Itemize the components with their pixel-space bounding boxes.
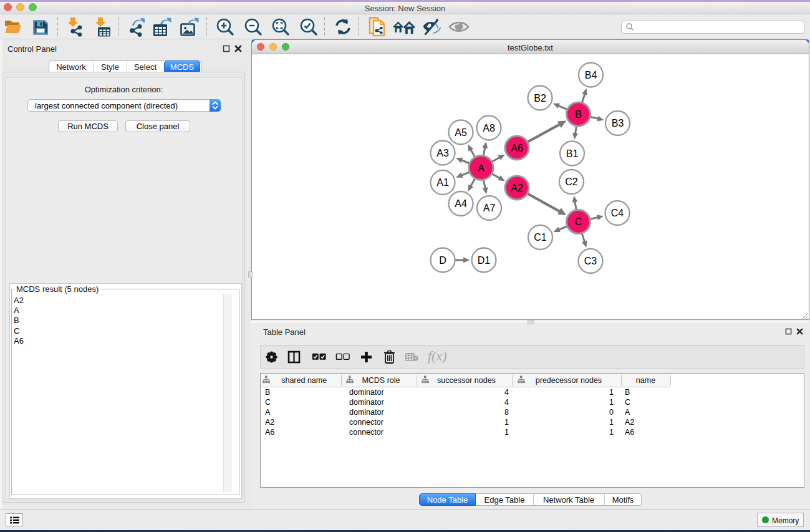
svg-text:B: B bbox=[575, 109, 582, 120]
svg-text:D1: D1 bbox=[478, 255, 491, 266]
svg-text:A6: A6 bbox=[511, 143, 523, 153]
svg-text:A2: A2 bbox=[511, 183, 523, 193]
svg-text:A8: A8 bbox=[483, 123, 495, 133]
svg-text:A5: A5 bbox=[455, 127, 467, 138]
svg-text:A: A bbox=[478, 163, 485, 173]
svg-text:C1: C1 bbox=[534, 232, 547, 243]
svg-text:B2: B2 bbox=[534, 93, 546, 104]
svg-text:B1: B1 bbox=[566, 148, 579, 159]
svg-text:B4: B4 bbox=[585, 70, 597, 80]
svg-text:C4: C4 bbox=[611, 208, 624, 218]
svg-text:C3: C3 bbox=[584, 256, 597, 266]
svg-text:A3: A3 bbox=[436, 148, 449, 158]
svg-text:A1: A1 bbox=[436, 177, 449, 188]
svg-text:A4: A4 bbox=[455, 198, 467, 209]
svg-text:A7: A7 bbox=[483, 203, 496, 213]
svg-text:C2: C2 bbox=[565, 177, 578, 187]
svg-text:D: D bbox=[439, 255, 446, 266]
svg-text:C: C bbox=[575, 216, 582, 227]
svg-text:B3: B3 bbox=[612, 118, 624, 128]
